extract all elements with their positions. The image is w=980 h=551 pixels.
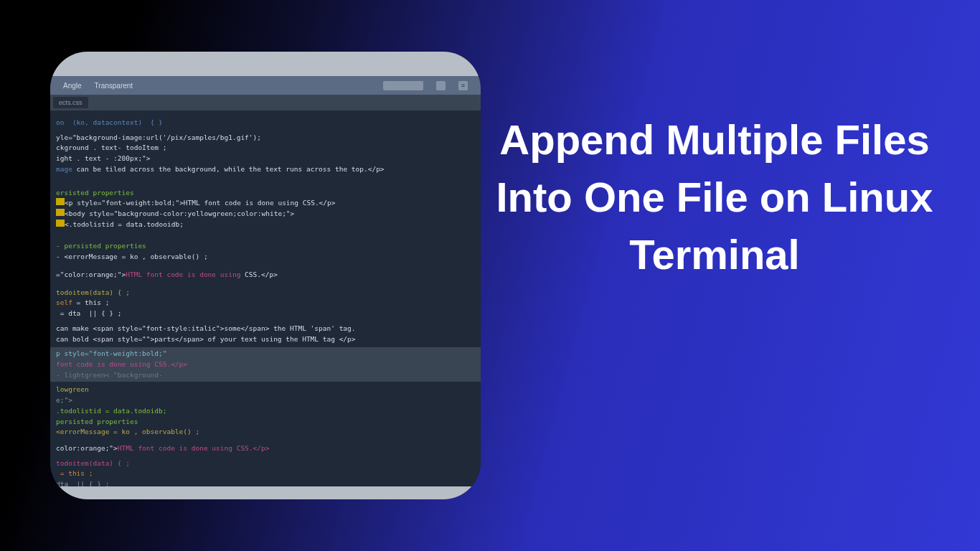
code-comment: persisted properties [56, 418, 138, 425]
code-line: = dta || { } ; [56, 309, 475, 319]
code-span: - lightgreen< "background- [56, 371, 163, 379]
main-title: Append Multiple Files Into One File on L… [492, 111, 937, 283]
code-span: mage [56, 165, 72, 173]
code-span: todoitem(data) { ; [56, 288, 130, 296]
code-comment: ersisted properties [56, 189, 134, 197]
code-span: <p style="font-weight:bold;">HTML font c… [65, 199, 336, 207]
code-span: <errorMessage = ko , observable() ; [56, 428, 199, 435]
highlight-icon: .. [56, 220, 65, 227]
code-span: CSS.</p> [240, 270, 277, 278]
menu-transparent[interactable]: Transparent [95, 82, 133, 90]
code-span: p style="font-weight:bold;" [56, 349, 166, 357]
menu-angle[interactable]: Angle [63, 82, 82, 90]
highlight-icon: .. [56, 198, 65, 205]
code-span: .todolistid = data.todoidb; [56, 407, 166, 415]
code-span: <.todolistid = data.todooidb; [65, 220, 184, 228]
code-line: can bold <span style="">parts</span> of … [56, 334, 475, 345]
code-span: lowgreen [56, 385, 89, 393]
code-comment: - persisted properties [56, 242, 146, 250]
code-span: can be tiled across the background, whil… [72, 165, 385, 173]
code-span: dta || { } ; [56, 480, 109, 486]
code-span: = this ; [56, 469, 93, 477]
code-span: = this ; [72, 298, 109, 306]
tab-bar: ects.css [50, 95, 481, 110]
code-area[interactable]: on (ko, datacontext) { } yle="background… [50, 110, 481, 486]
highlight-icon: .. [56, 209, 65, 216]
menu-bar: Angle Transparent ≡ [50, 76, 481, 95]
file-tab[interactable]: ects.css [53, 97, 88, 108]
toolbar-button[interactable] [436, 81, 446, 90]
code-line: ight . text - :200px;"> [56, 154, 475, 164]
code-span: <body style="background-color:yellowgree… [65, 209, 294, 217]
code-span: HTML font code is done using [126, 270, 240, 278]
window-titlebar [50, 52, 481, 76]
search-input[interactable] [383, 81, 423, 90]
code-span: e;"> [56, 396, 72, 404]
code-span: self [56, 298, 72, 306]
code-line: can make <span style="font-style:italic"… [56, 324, 475, 334]
code-line: yle="background-image:url('/pix/samples/… [56, 133, 475, 143]
code-line: ckground . text- todoItem ; [56, 143, 475, 154]
status-bar [50, 486, 481, 499]
code-keyword: on (ko, datacontext) { } [56, 118, 163, 126]
highlighted-block: p style="font-weight:bold;" font code is… [50, 347, 481, 382]
code-span: font code is done using CSS.</p> [56, 360, 187, 368]
code-span: HTML font code is done using CSS.</p> [118, 444, 270, 452]
code-span: todoitem(data) { ; [56, 459, 130, 467]
code-span: ="color:orange;"> [56, 270, 126, 278]
code-line: - <errorMessage = ko , observable() ; [56, 252, 475, 263]
code-span: color:orange;"> [56, 444, 118, 452]
menu-icon[interactable]: ≡ [458, 81, 468, 90]
editor-window: Angle Transparent ≡ ects.css on (ko, dat… [50, 52, 481, 499]
